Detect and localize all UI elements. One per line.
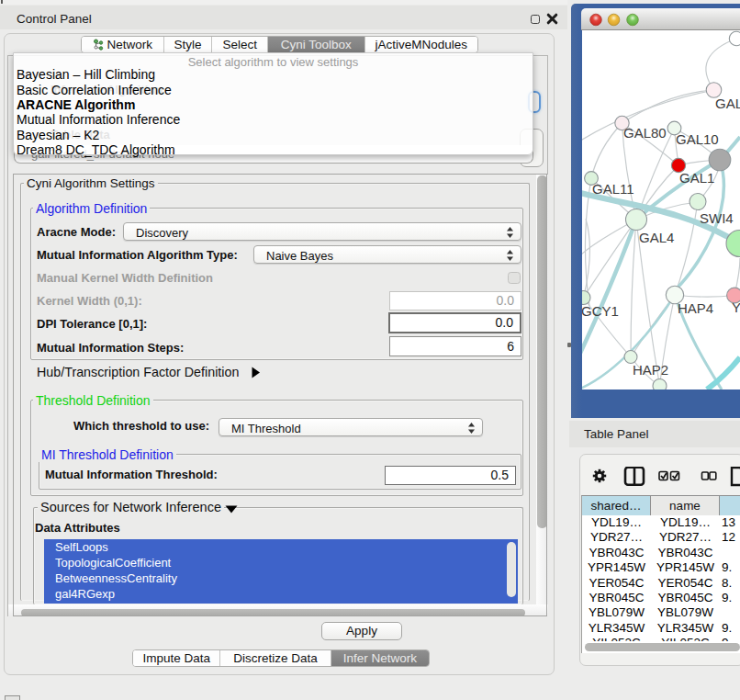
svg-text:HAP2: HAP2 — [633, 362, 668, 378]
svg-text:HAP4: HAP4 — [678, 300, 713, 316]
svg-text:GAL10: GAL10 — [676, 131, 719, 147]
svg-text:GCY1: GCY1 — [582, 303, 619, 319]
svg-text:GAL4: GAL4 — [639, 230, 674, 245]
svg-text:GAL11: GAL11 — [592, 181, 634, 197]
svg-text:GAL80: GAL80 — [623, 125, 667, 141]
svg-text:Y: Y — [732, 299, 740, 315]
svg-text:SWI4: SWI4 — [700, 210, 734, 226]
svg-text:GAL1: GAL1 — [679, 170, 714, 186]
svg-text:GAL7: GAL7 — [715, 96, 740, 111]
